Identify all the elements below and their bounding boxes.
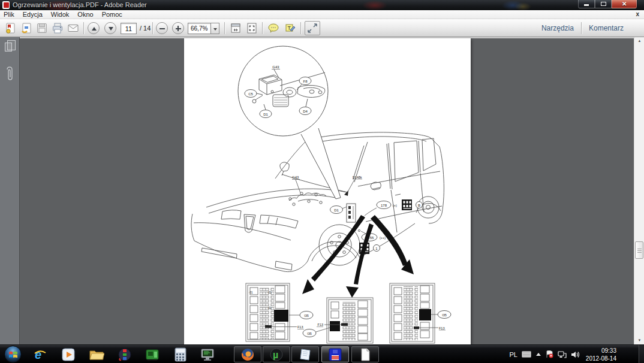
menu-pomoc[interactable]: Pomoc — [98, 10, 127, 19]
document-close-icon[interactable]: x — [636, 11, 639, 17]
label-plus: (+) — [393, 204, 397, 207]
taskbar-calculator-icon[interactable] — [173, 347, 188, 362]
vertical-scrollbar[interactable]: ▲ ▼ — [634, 37, 644, 344]
svg-text:e: e — [35, 348, 41, 361]
save-button[interactable] — [35, 21, 49, 35]
taskbar-notes-button[interactable] — [291, 346, 319, 362]
label-i35-2: I35 — [307, 332, 312, 335]
language-indicator[interactable]: PL — [509, 351, 517, 358]
taskbar-wmp-icon[interactable] — [61, 347, 76, 362]
svg-text:-31: -31 — [267, 291, 272, 294]
taskbar-document-button[interactable] — [351, 346, 379, 362]
callout-balloon: G43 F8 C5 D1 D4 — [238, 46, 341, 199]
clock[interactable]: 09:33 2012-08-14 — [586, 347, 616, 362]
scroll-up-arrow[interactable]: ▲ — [634, 37, 644, 45]
comment-bubble-button[interactable] — [266, 21, 281, 35]
email-button[interactable] — [66, 21, 80, 35]
page-total-label: / 14 — [137, 21, 151, 35]
taskbar-explorer-icon[interactable] — [89, 347, 104, 362]
system-tray: PL 09:33 2012-08-14 — [509, 345, 616, 363]
fullscreen-button[interactable] — [305, 21, 320, 35]
menu-okno[interactable]: Okno — [73, 10, 97, 19]
network-icon[interactable] — [558, 351, 567, 358]
svg-text:-31: -31 — [249, 291, 253, 294]
zoom-level-combo[interactable]: 66,7% — [188, 21, 219, 35]
pdf-app-icon — [2, 1, 10, 9]
show-desktop-button[interactable] — [639, 345, 644, 363]
wiring-diagram: G43 F8 C5 D1 D4 G43 D1ABk — [184, 38, 471, 344]
label-i78: 178 — [381, 204, 387, 207]
tray-date: 2012-08-14 — [586, 355, 616, 362]
print-button[interactable] — [50, 21, 65, 35]
save-as-button[interactable] — [19, 21, 34, 35]
desktop: Ogrzewanie i wentylacja.PDF - Adobe Read… — [0, 0, 644, 363]
tray-expand-arrow[interactable] — [535, 352, 541, 357]
label-f13-2: F13 — [318, 323, 323, 326]
minimize-button[interactable] — [578, 0, 595, 8]
scroll-thumb[interactable] — [635, 241, 643, 259]
menu-plik[interactable]: Plik — [0, 10, 19, 19]
label-f8: F8 — [303, 80, 308, 83]
label-d1abk: D1ABk — [353, 176, 362, 179]
volume-icon[interactable] — [571, 351, 579, 358]
zoom-out-button[interactable] — [156, 21, 168, 35]
svg-text:-31: -31 — [267, 307, 272, 310]
label-i35-3: I35 — [442, 313, 447, 317]
label-circle-b: B — [418, 204, 420, 207]
menu-widok[interactable]: Widok — [47, 10, 74, 19]
close-button[interactable]: ✕ — [612, 0, 637, 8]
taskbar-media-icon[interactable] — [117, 347, 133, 362]
label-f13-1: F13 — [297, 325, 303, 329]
menu-edycja[interactable]: Edycja — [19, 10, 47, 19]
highlight-text-button[interactable]: T — [283, 21, 297, 35]
label-d4: D4 — [303, 110, 308, 113]
window-title: Ogrzewanie i wentylacja.PDF - Adobe Read… — [13, 1, 147, 8]
previous-page-button[interactable] — [88, 21, 100, 35]
taskbar-utorrent-button[interactable]: µ — [263, 346, 290, 362]
scrolling-mode-button[interactable] — [228, 21, 243, 35]
pdf-page: G43 F8 C5 D1 D4 G43 D1ABk — [184, 38, 471, 344]
label-g43-balloon: G43 — [272, 65, 279, 69]
window-titlebar[interactable]: Ogrzewanie i wentylacja.PDF - Adobe Read… — [0, 0, 644, 10]
taskbar-gpu-icon[interactable] — [145, 347, 160, 362]
page-thumbnails-icon[interactable] — [5, 43, 12, 52]
taskbar-totalcmd-button[interactable] — [321, 346, 349, 362]
page-number-input[interactable]: 11 — [121, 21, 137, 35]
attachments-icon[interactable] — [4, 66, 16, 84]
navigation-panel — [0, 37, 20, 344]
label-f13-3: F13 — [439, 326, 444, 330]
tools-button[interactable]: Narzędzia — [534, 24, 581, 32]
tray-time: 09:33 — [586, 347, 616, 355]
zoom-dropdown-arrow[interactable] — [210, 23, 219, 34]
next-page-button[interactable] — [104, 21, 116, 35]
comment-panel-button[interactable]: Komentarz — [582, 24, 631, 32]
open-button[interactable] — [4, 21, 18, 35]
taskbar-firefox-button[interactable] — [234, 346, 261, 362]
scroll-down-arrow[interactable]: ▼ — [634, 337, 644, 344]
label-d1-balloon: D1 — [263, 113, 268, 116]
action-center-icon[interactable] — [546, 350, 553, 358]
menubar: Plik Edycja Widok Okno Pomoc x — [0, 10, 644, 19]
fit-page-button[interactable] — [245, 21, 259, 35]
taskbar: e µ — [0, 344, 644, 363]
label-i35-1: I35 — [304, 314, 309, 317]
car-labels: G43 D1ABk D1 178 (+) — [292, 176, 423, 254]
label-d1-door: D1 — [334, 208, 339, 212]
toolbar: 11 / 14 66,7% T Narzędzia Komentarz — [0, 19, 644, 37]
keyboard-icon[interactable] — [522, 351, 531, 358]
start-button[interactable] — [4, 346, 22, 363]
maximize-button[interactable] — [595, 0, 612, 8]
taskbar-ie-icon[interactable]: e — [32, 347, 48, 362]
label-c5: C5 — [248, 92, 253, 96]
svg-text:µ: µ — [273, 350, 278, 360]
fusebox-middle — [303, 298, 373, 343]
zoom-in-button[interactable] — [172, 21, 184, 35]
label-plusplus: (++) — [380, 236, 386, 240]
label-g43-hood: G43 — [292, 176, 299, 179]
taskbar-system-icon[interactable] — [200, 347, 216, 362]
